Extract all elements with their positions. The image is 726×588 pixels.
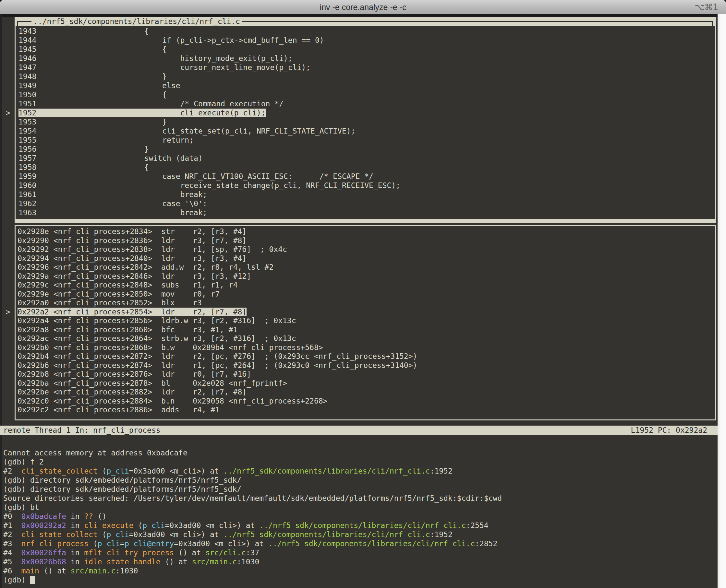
source-line: 1959 case NRF_CLI_VT100_ASCII_ESC: /* ES… [19, 172, 713, 181]
disasm-line: 0x292be <nrf_cli_process+2882> ldr r2, [… [18, 388, 713, 397]
source-line: 1962 case '\0': [19, 199, 713, 208]
disasm-line: 0x29294 <nrf_cli_process+2840> ldr r3, [… [18, 254, 713, 263]
window-titlebar[interactable]: inv -e core.analyze -e -c ⌥⌘1 [0, 0, 726, 15]
status-line-pc: L1952 PC: 0x292a2 [631, 426, 707, 435]
status-thread-info: remote Thread 1 In: nrf_cli_process [3, 426, 161, 435]
disasm-line: 0x292a8 <nrf_cli_process+2860> bfc r3, #… [18, 326, 713, 335]
source-line: 1947 cursor_next_line_move(p_cli); [19, 63, 713, 72]
source-line: 1949 else [19, 81, 713, 90]
source-code-lines: 1943 {1944 if (p_cli->p_ctx->cmd_buff_le… [19, 26, 713, 217]
console-line: #0 0x0badcafe in ?? () [3, 512, 713, 521]
disasm-line: 0x2928e <nrf_cli_process+2834> str r2, [… [18, 227, 713, 236]
terminal-top-edge [0, 14, 726, 17]
disasm-line: 0x292ac <nrf_cli_process+2864> strb.w r3… [18, 334, 713, 343]
source-line: 1956 } [19, 145, 713, 154]
disassembly-lines: 0x2928e <nrf_cli_process+2834> str r2, [… [18, 227, 713, 415]
disasm-line: 0x29290 <nrf_cli_process+2836> ldr r3, [… [18, 236, 713, 245]
source-window-bottom-border [15, 219, 716, 223]
source-line: 1948 } [19, 72, 713, 81]
source-line: 1960 receive_state_change(p_cli, NRF_CLI… [19, 181, 713, 190]
source-line: 1955 return; [19, 135, 713, 145]
source-line: 1950 { [19, 90, 713, 99]
gdb-prompt-line[interactable]: (gdb) [3, 575, 713, 584]
disasm-line: 0x29296 <nrf_cli_process+2842> add.w r2,… [18, 263, 713, 272]
console-line: #2 cli_state_collect (p_cli=0x3ad00 <m_c… [3, 466, 713, 476]
disasm-line: 0x292b4 <nrf_cli_process+2872> ldr r2, [… [18, 352, 713, 361]
console-line: #2 cli_state_collect (p_cli=0x3ad00 <m_c… [3, 530, 713, 539]
console-line: (gdb) directory sdk/embedded/platforms/n… [3, 476, 713, 485]
status-bar: remote Thread 1 In: nrf_cli_process L195… [0, 426, 718, 435]
console-line: Cannot access memory at address 0xbadcaf… [3, 448, 713, 457]
disasm-line: 0x2929c <nrf_cli_process+2848> subs r1, … [18, 281, 713, 290]
disasm-current-line-marker: > [6, 307, 14, 316]
console-line: (gdb) directory sdk/embedded/platforms/n… [3, 485, 713, 494]
disasm-line: 0x29292 <nrf_cli_process+2838> ldr r1, [… [18, 245, 713, 254]
terminal-left-edge [0, 14, 2, 588]
disasm-line: 0x292c0 <nrf_cli_process+2884> b.n 0x290… [18, 397, 713, 406]
console-line: (gdb) f 2 [3, 457, 713, 466]
disasm-line: 0x292a0 <nrf_cli_process+2852> blx r3 [18, 298, 713, 308]
disasm-line-current: 0x292a2 <nrf_cli_process+2854> ldr r2, [… [18, 308, 713, 317]
text-cursor [30, 576, 35, 584]
source-line: 1945 { [19, 45, 713, 54]
source-window: ../nrf5_sdk/components/libraries/cli/nrf… [15, 17, 716, 223]
source-current-line-marker: > [6, 108, 14, 117]
source-line: 1943 { [19, 26, 713, 36]
console-line: #3 nrf_cli_process (p_cli=p_cli@entry=0x… [3, 539, 713, 548]
disasm-line: 0x2929e <nrf_cli_process+2850> mov r0, r… [18, 290, 713, 299]
source-line-current: 1952 cli_execute(p_cli); [19, 108, 713, 117]
gdb-console[interactable]: Cannot access memory at address 0xbadcaf… [3, 448, 713, 584]
disasm-line: 0x292c2 <nrf_cli_process+2886> adds r4, … [18, 405, 713, 415]
source-window-titlebar: ../nrf5_sdk/components/libraries/cli/nrf… [15, 17, 716, 26]
disasm-line: 0x292a4 <nrf_cli_process+2856> ldrb.w r3… [18, 316, 713, 326]
disasm-line: 0x292b6 <nrf_cli_process+2874> ldr r1, [… [18, 361, 713, 370]
source-line: 1944 if (p_cli->p_ctx->cmd_buff_len == 0… [19, 36, 713, 45]
console-line: Source directories searched: /Users/tyle… [3, 494, 713, 503]
source-line: 1953 } [19, 117, 713, 126]
console-line: #1 0x000292a2 in cli_execute (p_cli=0x3a… [3, 521, 713, 530]
tab-shortcut-badge: ⌥⌘1 [694, 0, 718, 14]
source-window-border-corner-right [712, 21, 713, 26]
terminal: ../nrf5_sdk/components/libraries/cli/nrf… [0, 14, 726, 588]
console-line: (gdb) bt [3, 503, 713, 512]
disassembly-window: 0x2928e <nrf_cli_process+2834> str r2, [… [15, 225, 716, 420]
source-line: 1954 cli_state_set(p_cli, NRF_CLI_STATE_… [19, 126, 713, 135]
source-line: 1957 switch (data) [19, 154, 713, 163]
source-window-border-corner-left [17, 21, 18, 26]
source-line: 1958 { [19, 163, 713, 172]
scrollbar-track[interactable] [718, 14, 726, 588]
source-line: 1946 history_mode_exit(p_cli); [19, 54, 713, 63]
disasm-line: 0x292b0 <nrf_cli_process+2868> b.w 0x289… [18, 343, 713, 352]
source-file-title: ../nrf5_sdk/components/libraries/cli/nrf… [32, 17, 242, 26]
console-line: #4 0x00026ffa in mflt_cli_try_process ()… [3, 548, 713, 557]
disasm-line: 0x2929a <nrf_cli_process+2846> ldr r3, [… [18, 272, 713, 281]
disasm-line: 0x292ba <nrf_cli_process+2878> bl 0x2e02… [18, 379, 713, 388]
console-line: #5 0x00026b68 in idle_state_handle () at… [3, 557, 713, 566]
source-line: 1963 break; [19, 208, 713, 217]
window-title: inv -e core.analyze -e -c [0, 0, 726, 14]
source-line: 1961 break; [19, 190, 713, 199]
disasm-line: 0x292b8 <nrf_cli_process+2876> ldr r0, [… [18, 370, 713, 379]
console-line: #6 main () at src/main.c:1030 [3, 566, 713, 575]
source-line: 1951 /* Command execution */ [19, 99, 713, 108]
